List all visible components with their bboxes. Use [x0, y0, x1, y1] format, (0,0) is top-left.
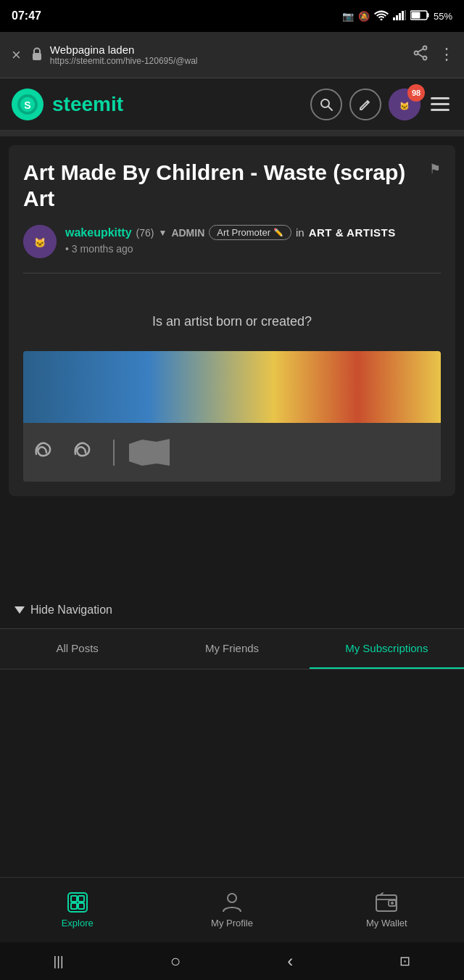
author-info: wakeupkitty (76) ▼ ADMIN Art Promoter ✏️…: [65, 225, 441, 255]
svg-line-18: [328, 107, 332, 110]
browser-url-area[interactable]: Webpagina laden https://steemit.com/hive…: [50, 44, 405, 66]
svg-point-11: [415, 52, 418, 55]
tab-my-subscriptions-label: My Subscriptions: [345, 642, 428, 654]
hide-nav-triangle-icon: [14, 606, 25, 614]
browser-bar: × Webpagina laden https://steemit.com/hi…: [0, 32, 464, 78]
svg-rect-24: [71, 896, 77, 902]
svg-rect-7: [427, 13, 429, 17]
browser-title: Webpagina laden: [50, 44, 405, 56]
svg-rect-26: [71, 903, 77, 909]
share-icon[interactable]: [413, 45, 428, 65]
hide-nav-label: Hide Navigation: [30, 604, 112, 617]
notification-icon: 📷: [342, 11, 354, 22]
hide-navigation-bar[interactable]: Hide Navigation: [0, 592, 464, 628]
svg-rect-5: [405, 10, 406, 20]
browser-close-button[interactable]: ×: [9, 43, 24, 67]
role-edit-icon[interactable]: ✏️: [273, 228, 283, 237]
svg-rect-27: [78, 903, 84, 909]
post-image: [23, 351, 441, 482]
more-options-icon[interactable]: ⋮: [439, 45, 455, 65]
android-back-button[interactable]: ‹: [273, 945, 307, 977]
post-meta: 🐱 wakeupkitty (76) ▼ ADMIN Art Promoter …: [23, 225, 441, 258]
user-avatar-wrap[interactable]: 🐱 98: [389, 88, 420, 120]
edit-button[interactable]: [349, 88, 381, 120]
svg-rect-2: [396, 15, 398, 20]
battery-icon: [410, 10, 429, 22]
wallet-label: My Wallet: [366, 918, 407, 928]
community-link[interactable]: ART & ARTISTS: [309, 226, 396, 239]
author-avatar[interactable]: 🐱: [23, 225, 57, 258]
bottom-nav-explore[interactable]: Explore: [0, 878, 154, 942]
author-name[interactable]: wakeupkitty: [65, 226, 132, 239]
metal-spiral-2: [71, 438, 100, 467]
role-badge-text: Art Promoter: [217, 227, 270, 238]
flag-icon[interactable]: ⚑: [429, 161, 441, 177]
navigation-tabs: All Posts My Friends My Subscriptions: [0, 628, 464, 670]
metal-spiral-1: [32, 438, 61, 467]
bottom-navigation: Explore My Profile My Wallet: [0, 877, 464, 942]
author-rep: (76): [136, 227, 154, 239]
post-date: • 3 months ago: [65, 243, 441, 255]
svg-line-13: [418, 49, 423, 52]
android-recent-button[interactable]: |||: [39, 948, 78, 975]
svg-point-31: [391, 902, 394, 905]
tab-my-friends[interactable]: My Friends: [154, 629, 309, 669]
notification-badge: 98: [407, 84, 425, 102]
svg-rect-4: [402, 11, 404, 20]
android-screenshot-button[interactable]: ⊡: [385, 947, 425, 975]
bottom-spacer: [0, 505, 464, 592]
svg-line-14: [418, 54, 423, 57]
author-name-row: wakeupkitty (76) ▼ ADMIN Art Promoter ✏️…: [65, 225, 441, 240]
image-bottom-strip: [23, 423, 441, 482]
bottom-nav-wallet[interactable]: My Wallet: [310, 878, 464, 942]
signal-icon: [393, 10, 406, 22]
browser-lock-icon: [31, 47, 43, 63]
status-icons: 📷 🔕 55%: [342, 10, 452, 22]
post-title: Art Made By Children - Waste (scrap) Art: [23, 160, 419, 212]
post-separator: [23, 273, 441, 273]
metal-piece-divider: [113, 440, 115, 466]
bottom-nav-profile[interactable]: My Profile: [154, 878, 309, 942]
tab-all-posts-label: All Posts: [56, 642, 98, 654]
svg-point-28: [228, 894, 236, 902]
svg-text:S: S: [24, 99, 30, 111]
search-button[interactable]: [310, 88, 342, 120]
image-top-strip: [23, 351, 441, 423]
admin-badge: ADMIN: [171, 227, 204, 239]
steemit-logo-icon[interactable]: S: [12, 88, 44, 120]
hamburger-line-3: [431, 109, 450, 111]
author-dropdown-icon[interactable]: ▼: [159, 228, 167, 238]
tab-my-subscriptions[interactable]: My Subscriptions: [310, 629, 464, 669]
section-divider: [0, 131, 464, 136]
wifi-icon: [374, 10, 389, 22]
explore-label: Explore: [62, 918, 94, 928]
hamburger-line-1: [431, 97, 450, 99]
wallet-icon: [376, 892, 397, 913]
mute-icon: 🔕: [358, 11, 370, 22]
post-body-text: Is an artist born or created?: [23, 285, 441, 351]
post-age: 3 months ago: [72, 243, 133, 255]
svg-point-0: [380, 18, 382, 20]
svg-rect-25: [78, 896, 84, 902]
browser-url: https://steemit.com/hive-120695/@wal: [50, 56, 405, 66]
svg-text:🐱: 🐱: [34, 236, 46, 249]
android-home-button[interactable]: ○: [156, 945, 196, 977]
tab-all-posts[interactable]: All Posts: [0, 629, 154, 669]
svg-point-10: [423, 46, 427, 50]
post-card: ⚑ Art Made By Children - Waste (scrap) A…: [9, 145, 455, 496]
android-navigation-bar: ||| ○ ‹ ⊡: [0, 942, 464, 980]
svg-rect-8: [411, 12, 420, 18]
hamburger-menu-button[interactable]: [428, 94, 452, 114]
svg-rect-9: [33, 53, 41, 60]
browser-actions: ⋮: [413, 45, 455, 65]
explore-icon: [67, 892, 88, 913]
in-text: in: [296, 226, 304, 239]
role-badge: Art Promoter ✏️: [209, 225, 291, 240]
svg-text:🐱: 🐱: [399, 101, 410, 111]
tab-my-friends-label: My Friends: [205, 642, 259, 654]
svg-rect-1: [393, 17, 395, 20]
profile-icon: [221, 892, 243, 913]
steemit-logo-text[interactable]: steemit: [52, 93, 123, 116]
profile-label: My Profile: [211, 918, 253, 928]
steemit-header-right: 🐱 98: [310, 88, 452, 120]
